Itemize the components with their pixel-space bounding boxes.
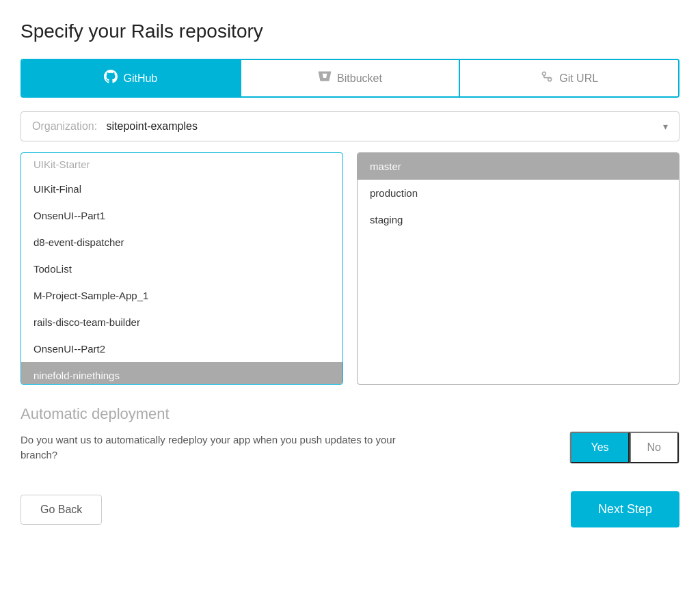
list-item[interactable]: rails-disco-team-builder [21, 309, 342, 335]
tab-github-label: GitHub [123, 72, 157, 85]
repo-list[interactable]: UIKit-Starter UIKit-Final OnsenUI--Part1… [21, 152, 343, 385]
list-item[interactable]: TodoList [21, 256, 342, 282]
branch-item[interactable]: staging [358, 206, 679, 233]
tab-giturl-label: Git URL [559, 72, 598, 85]
git-icon [540, 70, 554, 87]
bitbucket-icon [318, 70, 332, 87]
svg-point-0 [543, 72, 546, 75]
branch-list[interactable]: master production staging [357, 152, 679, 385]
org-dropdown[interactable]: Organization: sitepoint-examples ▾ [21, 111, 679, 141]
org-value: sitepoint-examples [107, 120, 198, 132]
list-item[interactable]: d8-event-dispatcher [21, 229, 342, 256]
list-item-selected[interactable]: ninefold-ninethings [21, 362, 342, 385]
tab-bitbucket[interactable]: Bitbucket [241, 60, 461, 96]
list-item[interactable]: OnsenUI--Part1 [21, 202, 342, 229]
page-title: Specify your Rails repository [21, 20, 679, 42]
auto-deploy-row: Do you want us to automatically redeploy… [21, 431, 679, 464]
list-item[interactable]: UIKit-Starter [21, 153, 342, 176]
chevron-down-icon: ▾ [663, 121, 668, 132]
tab-bitbucket-label: Bitbucket [337, 72, 382, 85]
tab-github[interactable]: GitHub [22, 60, 241, 96]
tab-bar: GitHub Bitbucket Git URL [21, 59, 679, 98]
toggle-no-button[interactable]: No [630, 432, 679, 463]
auto-deploy-description: Do you want us to automatically redeploy… [21, 433, 417, 463]
list-item[interactable]: M-Project-Sample-App_1 [21, 282, 342, 309]
auto-deploy-section: Automatic deployment Do you want us to a… [21, 405, 679, 464]
go-back-button[interactable]: Go Back [21, 495, 102, 525]
yes-no-toggle: Yes No [569, 431, 679, 464]
org-prefix: Organization: [32, 120, 97, 132]
branch-item[interactable]: production [358, 180, 679, 206]
list-item[interactable]: OnsenUI--Part2 [21, 335, 342, 362]
toggle-yes-button[interactable]: Yes [570, 432, 629, 463]
auto-deploy-title: Automatic deployment [21, 405, 679, 423]
next-step-button[interactable]: Next Step [571, 491, 679, 527]
tab-giturl[interactable]: Git URL [460, 60, 678, 96]
lists-container: UIKit-Starter UIKit-Final OnsenUI--Part1… [21, 152, 679, 385]
github-icon [104, 70, 118, 87]
branch-item-selected[interactable]: master [358, 153, 679, 180]
footer: Go Back Next Step [21, 491, 679, 527]
list-item[interactable]: UIKit-Final [21, 176, 342, 202]
